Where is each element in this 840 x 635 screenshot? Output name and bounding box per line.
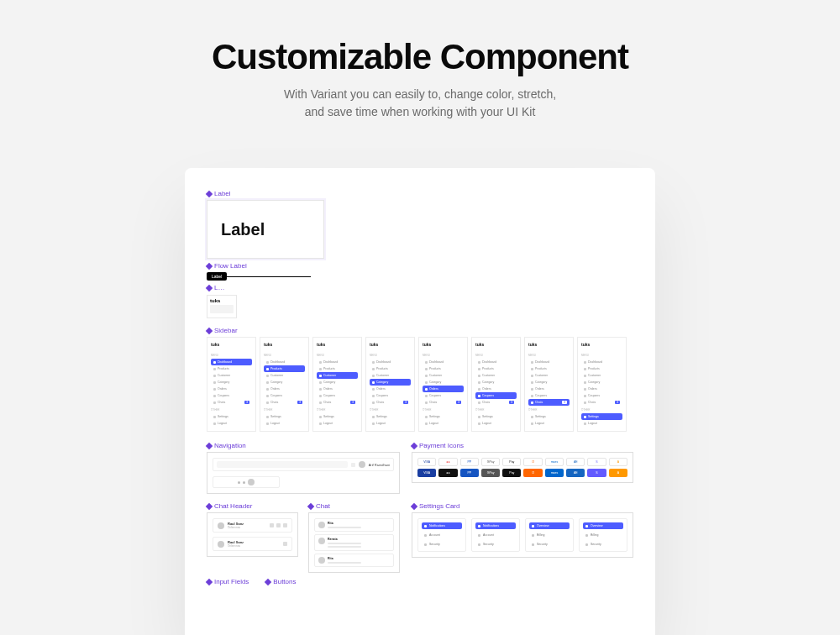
payment-icon[interactable]: S — [587, 469, 606, 477]
more-icon[interactable] — [283, 523, 287, 527]
sidebar-item[interactable]: Products — [423, 365, 464, 372]
sidebar-item[interactable]: Dashboard — [211, 359, 252, 365]
payment-icon[interactable]: Pay — [502, 458, 521, 466]
payment-icon[interactable]: AE — [566, 458, 585, 466]
settings-item[interactable]: Security — [475, 541, 516, 548]
payment-icon[interactable]: D — [523, 458, 542, 466]
sidebar-item[interactable]: Customer — [370, 372, 411, 379]
sidebar-item[interactable]: Dashboard — [370, 359, 411, 365]
sidebar-item[interactable]: Customer — [423, 372, 464, 379]
sidebar-item[interactable]: Coupons — [317, 392, 358, 399]
sidebar-item[interactable]: Orders — [581, 386, 622, 392]
more-icon[interactable] — [283, 542, 287, 546]
payment-icon[interactable]: PP — [460, 469, 479, 477]
payment-icon[interactable]: D — [523, 469, 542, 477]
sidebar-item[interactable]: Dashboard — [423, 359, 464, 365]
sidebar-item[interactable]: Logout — [211, 420, 252, 427]
sidebar-item[interactable]: Category — [370, 379, 411, 386]
chat-bubble[interactable]: Renata — [314, 534, 394, 551]
sidebar-item[interactable]: Logout — [317, 420, 358, 427]
chat-header-variant[interactable]: Raul Sanz Online now — [213, 537, 292, 551]
payment-icon[interactable]: PP — [460, 458, 479, 466]
sidebar-item[interactable]: Products — [211, 365, 252, 372]
settings-card-variant[interactable]: NotificationsAccountSecurity — [417, 518, 466, 552]
chat-header-variant[interactable]: Raul Sanz Online now — [213, 518, 292, 533]
search-input[interactable] — [217, 461, 348, 468]
sidebar-item[interactable]: Chats3 — [317, 399, 358, 406]
sidebar-variant[interactable]: tuksMENUDashboardProductsCustomerCategor… — [207, 337, 256, 432]
settings-card-variant[interactable]: OverviewBillingSecurity — [525, 518, 574, 552]
chat-bubble[interactable]: Rita — [314, 518, 394, 532]
sidebar-item[interactable]: Customer — [475, 372, 517, 379]
sidebar-item[interactable]: Orders — [423, 386, 464, 392]
sidebar-variant[interactable]: tuksMENUDashboardProductsCustomerCategor… — [260, 337, 309, 432]
sidebar-item[interactable]: Logout — [370, 420, 411, 427]
payment-icon[interactable]: VISA — [417, 458, 436, 466]
settings-item[interactable]: Account — [422, 532, 462, 538]
sidebar-item[interactable]: Customer — [528, 372, 570, 379]
sidebar-item[interactable]: Coupons — [475, 392, 517, 399]
payment-icon[interactable]: Pay — [502, 469, 521, 477]
settings-item[interactable]: Billing — [529, 532, 570, 538]
sidebar-item[interactable]: Products — [475, 365, 517, 372]
sidebar-item[interactable]: Category — [581, 379, 622, 386]
sidebar-item[interactable]: Dashboard — [581, 359, 622, 365]
sidebar-item[interactable]: Coupons — [211, 392, 252, 399]
chat-bubble[interactable]: Rita — [314, 554, 394, 567]
sidebar-item[interactable]: Coupons — [423, 392, 464, 399]
sidebar-item[interactable]: Category — [475, 379, 517, 386]
payment-icon[interactable]: A — [609, 469, 627, 477]
settings-item[interactable]: Account — [475, 532, 516, 538]
payment-icon[interactable]: GPay — [481, 458, 500, 466]
settings-item[interactable]: Overview — [529, 522, 570, 529]
sidebar-item[interactable]: Products — [370, 365, 411, 372]
payment-icon[interactable]: maes — [545, 469, 564, 477]
sidebar-item[interactable]: Orders — [528, 386, 570, 392]
sidebar-item[interactable]: Orders — [264, 386, 305, 392]
sidebar-item[interactable]: Chats3 — [528, 399, 570, 406]
sidebar-item[interactable]: Logout — [528, 420, 570, 427]
sidebar-item[interactable]: Category — [317, 379, 358, 386]
sidebar-item[interactable]: Settings — [423, 413, 464, 420]
payment-icon[interactable]: VISA — [417, 469, 436, 477]
sidebar-item[interactable]: Customer — [317, 372, 358, 379]
sidebar-item[interactable]: Dashboard — [317, 359, 358, 365]
sidebar-item[interactable]: Coupons — [528, 392, 570, 399]
sidebar-item[interactable]: Orders — [475, 386, 517, 392]
sidebar-item[interactable]: Chats3 — [475, 399, 517, 406]
sidebar-variant[interactable]: tuksMENUDashboardProductsCustomerCategor… — [365, 337, 415, 432]
sidebar-item[interactable]: Settings — [317, 413, 358, 420]
settings-item[interactable]: Billing — [583, 532, 623, 538]
flow-chip[interactable]: Label — [207, 272, 227, 281]
avatar[interactable] — [248, 479, 255, 485]
sidebar-item[interactable]: Chats3 — [423, 399, 464, 406]
sidebar-variant[interactable]: tuksMENUDashboardProductsCustomerCategor… — [577, 337, 627, 432]
avatar[interactable] — [359, 461, 365, 468]
nav-bar-compact[interactable] — [213, 476, 280, 488]
sidebar-variant[interactable]: tuksMENUDashboardProductsCustomerCategor… — [312, 337, 362, 432]
settings-card-variant[interactable]: NotificationsAccountSecurity — [471, 518, 520, 552]
sidebar-item[interactable]: Customer — [211, 372, 252, 379]
sidebar-item[interactable]: Orders — [370, 386, 411, 392]
sidebar-item[interactable]: Coupons — [264, 392, 305, 399]
sidebar-item[interactable]: Dashboard — [528, 359, 570, 365]
sidebar-variant[interactable]: tuksMENUDashboardProductsCustomerCategor… — [418, 337, 468, 432]
sidebar-item[interactable]: Customer — [581, 372, 622, 379]
label-card[interactable]: Label — [207, 200, 324, 259]
settings-item[interactable]: Overview — [583, 522, 623, 529]
sidebar-item[interactable]: Settings — [370, 413, 411, 420]
sidebar-item[interactable]: Dashboard — [475, 359, 517, 365]
sidebar-item[interactable]: Category — [264, 379, 305, 386]
logo-card[interactable]: tuks — [207, 295, 237, 318]
payment-icon[interactable]: S — [587, 458, 606, 466]
payment-icon[interactable]: A — [609, 458, 627, 466]
sidebar-item[interactable]: Logout — [581, 420, 622, 427]
sidebar-item[interactable]: Category — [211, 379, 252, 386]
payment-icon[interactable]: AE — [566, 469, 585, 477]
payment-icon[interactable]: maes — [545, 458, 564, 466]
sidebar-item[interactable]: Settings — [475, 413, 517, 420]
sidebar-item[interactable]: Logout — [264, 420, 305, 427]
payment-icon[interactable]: GPay — [481, 469, 500, 477]
sidebar-item[interactable]: Settings — [211, 413, 252, 420]
sidebar-item[interactable]: Products — [528, 365, 570, 372]
